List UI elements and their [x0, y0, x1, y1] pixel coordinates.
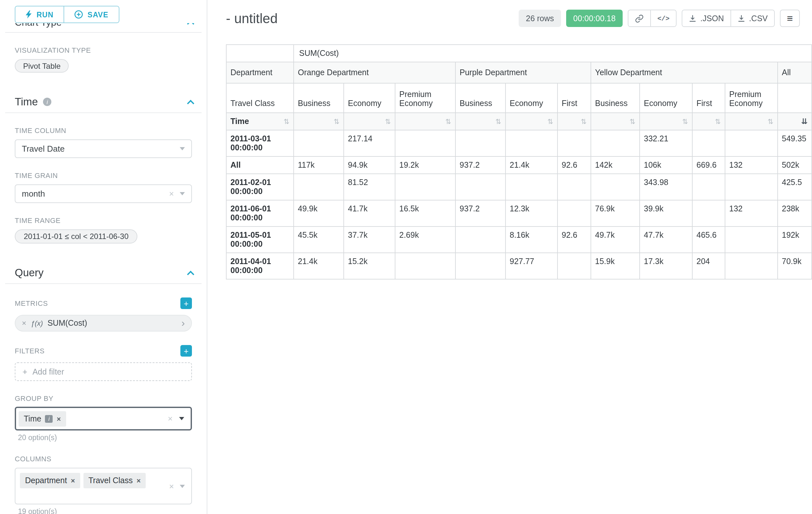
sort-icon[interactable]: ⇅: [581, 118, 587, 125]
pivot-cell: [692, 174, 725, 200]
metrics-label: METRICS: [15, 299, 48, 307]
remove-tag-icon[interactable]: ×: [71, 477, 75, 484]
download-icon: [689, 15, 696, 22]
pivot-cell: 669.6: [692, 157, 725, 174]
add-filter-button[interactable]: +: [180, 345, 192, 357]
row-label: 2011-04-01 00:00:00: [226, 253, 294, 279]
tag-label: Travel Class: [89, 476, 133, 485]
clear-icon[interactable]: ×: [169, 190, 174, 198]
sort-icon[interactable]: ⇅: [682, 118, 688, 125]
pivot-cell: 937.2: [456, 200, 505, 226]
col-header: Business: [456, 83, 505, 113]
visualization-type-label: VISUALIZATION TYPE: [15, 46, 192, 54]
sort-icon[interactable]: ⇅: [385, 118, 391, 125]
metric-option[interactable]: × ƒ(x) SUM(Cost) ›: [15, 315, 192, 331]
time-section-header[interactable]: Time i: [15, 96, 193, 108]
sort-icon[interactable]: ⇅: [768, 118, 774, 125]
chart-title[interactable]: - untitled: [226, 10, 278, 26]
pivot-cell: 76.9k: [591, 200, 640, 226]
row-label: 2011-03-01 00:00:00: [226, 130, 294, 157]
remove-tag-icon[interactable]: ×: [137, 477, 141, 484]
export-button-group: .JSON .CSV: [682, 10, 775, 27]
copy-link-button[interactable]: [629, 10, 650, 26]
pivot-cell: 49.9k: [294, 200, 344, 226]
pivot-cell: 12.3k: [505, 200, 557, 226]
visualization-type-pill[interactable]: Pivot Table: [15, 59, 69, 73]
time-column-select[interactable]: Travel Date: [15, 139, 192, 158]
filters-label-row: FILTERS +: [15, 345, 192, 357]
selected-option-tag[interactable]: Timei×: [19, 411, 66, 426]
pivot-cell: [456, 253, 505, 279]
clear-all-icon[interactable]: ×: [169, 482, 174, 490]
pivot-cell: [395, 130, 456, 157]
info-icon[interactable]: i: [45, 415, 53, 423]
time-range-pill[interactable]: 2011-01-01 ≤ col < 2011-06-30: [15, 229, 138, 244]
add-filter-field[interactable]: + Add filter: [15, 362, 192, 381]
col-group-label: All: [778, 62, 812, 83]
pivot-cell: [591, 130, 640, 157]
sort-icon[interactable]: ⇅: [334, 118, 340, 125]
chevron-up-icon: [187, 270, 195, 278]
remove-metric-icon[interactable]: ×: [22, 319, 26, 328]
sort-icon[interactable]: ⇅: [715, 118, 721, 125]
sort-icon[interactable]: ⇅: [630, 118, 636, 125]
pivot-cell: [505, 174, 557, 200]
pivot-row: 2011-03-01 00:00:00217.14332.21549.35: [226, 130, 812, 157]
save-button[interactable]: SAVE: [64, 6, 119, 23]
function-icon: ƒ(x): [31, 319, 43, 327]
selected-option-tag[interactable]: Travel Class×: [83, 473, 146, 488]
col-group-label: Orange Department: [294, 62, 456, 83]
col-header: Business: [591, 83, 640, 113]
pivot-cell: [725, 226, 778, 253]
pivot-cell: [557, 200, 591, 226]
view-query-button[interactable]: </>: [650, 10, 676, 26]
col-header: Business: [294, 83, 344, 113]
columns-select[interactable]: Department×Travel Class× ×: [15, 468, 192, 504]
selected-option-tag[interactable]: Department×: [20, 473, 80, 488]
department-header-row: Department Orange Department Purple Depa…: [226, 62, 812, 83]
pivot-cell: 465.6: [692, 226, 725, 253]
clear-all-icon[interactable]: ×: [168, 414, 173, 423]
time-column-label: TIME COLUMN: [15, 127, 192, 134]
menu-button[interactable]: ≡: [780, 10, 800, 27]
pivot-cell: 49.7k: [591, 226, 640, 253]
pivot-cell: 81.52: [344, 174, 395, 200]
corner-cell: [226, 45, 294, 62]
control-panel-sidebar: RUN SAVE Chart Type VISUALIZATION TYPE P…: [0, 0, 207, 514]
caret-down-icon: [180, 484, 185, 488]
pivot-cell: 332.21: [640, 130, 692, 157]
pivot-cell: [692, 200, 725, 226]
col-header: Premium Economy: [725, 83, 778, 113]
columns-tags: Department×Travel Class×: [20, 473, 155, 488]
pivot-cell: 927.77: [505, 253, 557, 279]
query-section-header[interactable]: Query: [15, 267, 193, 279]
pivot-cell: [725, 253, 778, 279]
export-csv-button[interactable]: .CSV: [730, 10, 774, 26]
remove-tag-icon[interactable]: ×: [57, 415, 61, 423]
sort-icon[interactable]: ⇅: [496, 118, 501, 125]
add-metric-button[interactable]: +: [180, 297, 192, 309]
export-json-button[interactable]: .JSON: [682, 10, 730, 26]
time-range-label: TIME RANGE: [15, 217, 192, 224]
sort-desc-icon[interactable]: ⇊: [801, 117, 808, 125]
group-by-tags: Timei×: [19, 411, 168, 426]
chart-header: - untitled 26 rows 00:00:00.18 </>: [208, 0, 812, 27]
pivot-cell: [725, 174, 778, 200]
sort-icon[interactable]: ⇅: [445, 118, 451, 125]
travel-class-axis-label: Travel Class: [226, 83, 294, 113]
row-label: 2011-06-01 00:00:00: [226, 200, 294, 226]
pivot-cell: 16.5k: [395, 200, 456, 226]
chevron-right-icon[interactable]: ›: [181, 318, 186, 328]
run-save-button-group: RUN SAVE: [15, 6, 119, 23]
run-button[interactable]: RUN: [16, 6, 64, 23]
sort-icon[interactable]: ⇅: [548, 118, 553, 125]
metric-name: SUM(Cost): [48, 319, 87, 328]
info-icon: i: [43, 98, 51, 106]
pivot-cell: 204: [692, 253, 725, 279]
pivot-cell: 45.5k: [294, 226, 344, 253]
group-by-select[interactable]: Timei× ×: [15, 407, 192, 431]
explore-chart-page: RUN SAVE Chart Type VISUALIZATION TYPE P…: [0, 0, 812, 514]
pivot-cell: 937.2: [456, 157, 505, 174]
sort-icon[interactable]: ⇅: [284, 118, 290, 125]
time-grain-select[interactable]: month ×: [15, 184, 192, 203]
